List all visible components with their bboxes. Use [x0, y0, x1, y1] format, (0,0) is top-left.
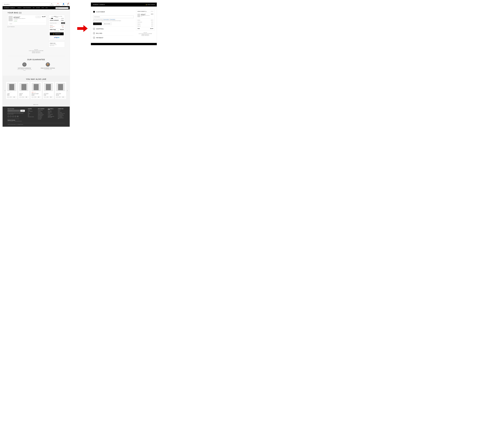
- bag-link[interactable]: 🛍Bag: [67, 3, 69, 6]
- product-card[interactable]: ☆☆☆☆☆ Clean Cotton® $11.00 − 1 + ADD: [55, 82, 66, 99]
- checkout-footer: [91, 43, 157, 45]
- footer-link[interactable]: About Us: [58, 110, 65, 110]
- footer-link[interactable]: Yankee Candle-Newell Brands Outlets: [48, 116, 55, 118]
- checkout-button[interactable]: 🔒CHECKOUT: [50, 32, 64, 35]
- step-billing[interactable]: 3 BILLING: [93, 31, 134, 36]
- twitter-icon[interactable]: t: [10, 116, 12, 117]
- footer-link[interactable]: Learning Scenter: [38, 113, 45, 114]
- nav-car[interactable]: CAR: [33, 7, 35, 8]
- footer-link[interactable]: Corporate Accounts: [58, 114, 65, 115]
- footer-link[interactable]: We Do Not Sell Your Info: [58, 113, 65, 114]
- item-name[interactable]: Pink Sands™: [14, 17, 35, 18]
- privacy-link[interactable]: Privacy Statement: [110, 19, 115, 20]
- nav-candles[interactable]: CANDLES: [17, 7, 21, 8]
- qty-minus-button[interactable]: −: [56, 96, 58, 98]
- footer-link[interactable]: Canada: [48, 113, 55, 113]
- footer-link[interactable]: Gift Card Balance: [38, 115, 45, 116]
- product-card[interactable]: ☆☆☆☆☆ Sun & Sand® $7.00 − 1 + ADD: [43, 82, 54, 99]
- footer-link[interactable]: Free Catalogs: [38, 116, 45, 117]
- qty-plus-button[interactable]: +: [47, 96, 48, 98]
- footer-link[interactable]: Store Locator: [48, 110, 55, 111]
- product-card[interactable]: ☆☆☆☆☆ MacIntosh $7.00 − 1 + ADD: [18, 82, 29, 99]
- carousel-prev-icon[interactable]: ‹: [4, 89, 6, 92]
- footer-link[interactable]: Careers: [58, 111, 65, 112]
- footer-link[interactable]: Home Fragrance: [28, 111, 35, 112]
- pinterest-icon[interactable]: p: [15, 116, 16, 117]
- marketing-opt-in[interactable]: I would like to receive marketing and/or…: [93, 20, 134, 21]
- promo-input[interactable]: [50, 22, 61, 24]
- step-payment[interactable]: 4 PAYMENT: [93, 36, 134, 40]
- footer-link[interactable]: CA Transparency Act: [58, 115, 65, 116]
- footer-link[interactable]: Village Stores: [48, 112, 55, 112]
- item-brand[interactable]: YANKEE CANDLE®: [14, 16, 35, 17]
- footer-link[interactable]: Accessibility: [38, 119, 45, 119]
- nav-gifts[interactable]: GIFTS: [41, 7, 44, 8]
- qty-minus-button[interactable]: −: [44, 96, 45, 98]
- add-button[interactable]: ADD: [37, 96, 40, 98]
- footer-link[interactable]: CA Cleaning Product Data: [58, 118, 65, 119]
- product-card[interactable]: ★★☆☆☆ MidSummer's Night® $11.00 − 1 + AD…: [30, 82, 41, 99]
- qty-plus-button[interactable]: +: [59, 96, 60, 98]
- woodwick-logo[interactable]: WoodWick: [4, 4, 10, 5]
- account-link[interactable]: 👤Account: [62, 3, 65, 6]
- footer-link[interactable]: Order Tracking: [38, 112, 45, 113]
- qty-minus-button[interactable]: −: [20, 96, 21, 98]
- footer-link[interactable]: Privacy Policy: [58, 112, 65, 113]
- footer-link[interactable]: Sale: [28, 115, 35, 116]
- add-button[interactable]: ADD: [61, 96, 65, 98]
- brand-logo[interactable]: YANKEE CANDLE: [4, 7, 15, 9]
- footer-link[interactable]: Candles: [28, 110, 35, 110]
- back-to-top-button[interactable]: Back to Top ⌃: [3, 103, 70, 107]
- qty-plus-button[interactable]: +: [22, 96, 24, 98]
- sign-in-continue-button[interactable]: Sign In & Continue: [103, 23, 112, 25]
- gift-message-toggle[interactable]: GIFT MESSAGE: [8, 26, 47, 27]
- brand-logo[interactable]: YANKEE CANDLE: [93, 4, 105, 5]
- guarantee-title: OUR GUARANTEE: [8, 59, 65, 60]
- footer-link[interactable]: *Shipping Information: [38, 114, 45, 115]
- footer-link[interactable]: Customer Service: [38, 110, 45, 110]
- edit-cart-link[interactable]: Edit Cart: [151, 11, 153, 12]
- qty-minus-button[interactable]: −: [7, 96, 9, 98]
- nav-sale[interactable]: SALE: [46, 7, 48, 8]
- footer-email-input[interactable]: [8, 110, 20, 112]
- footer-link[interactable]: Fundraisers: [48, 115, 55, 116]
- qty-minus-button[interactable]: −: [36, 16, 37, 18]
- wishlist-button[interactable]: ♡Wishlist: [9, 22, 45, 24]
- return-policy-link[interactable]: Return Policy: [50, 45, 64, 46]
- instagram-icon[interactable]: ◻: [12, 116, 14, 117]
- step-shipping[interactable]: 2 SHIPPING: [93, 27, 134, 31]
- shipping-info-link[interactable]: Shipping Information: [50, 44, 64, 45]
- facebook-icon[interactable]: f: [8, 116, 9, 117]
- carousel-next-icon[interactable]: ›: [67, 89, 68, 92]
- paypal-button[interactable]: P PayPal: [50, 36, 64, 39]
- terms-link[interactable]: Terms & Conditions: [103, 19, 109, 20]
- footer-link[interactable]: Email Sign-Up: [38, 118, 45, 118]
- nav-home-fragrance[interactable]: HOME FRAGRANCE: [23, 7, 31, 8]
- find-store-link[interactable]: 📍Find a Store: [56, 3, 60, 6]
- personalize-link[interactable]: ✎Personalize: [50, 3, 54, 6]
- footer-link[interactable]: Contact Us: [38, 111, 45, 112]
- add-button[interactable]: ADD: [24, 96, 28, 98]
- footer-link[interactable]: Car: [28, 112, 35, 113]
- nav-accents[interactable]: ACCENTS: [36, 7, 40, 8]
- footer-link[interactable]: Gifts: [28, 114, 35, 115]
- qty-plus-button[interactable]: +: [10, 96, 11, 98]
- apply-promo-button[interactable]: Apply: [61, 22, 65, 24]
- add-button[interactable]: ADD: [49, 96, 53, 98]
- qty-plus-button[interactable]: +: [39, 16, 40, 18]
- item-brand[interactable]: YANKEE CANDLE®: [141, 14, 150, 14]
- product-card[interactable]: ☆☆☆☆☆ Leather $7.00 − 1 + ADD: [6, 82, 17, 99]
- qty-plus-button[interactable]: +: [35, 96, 36, 98]
- remove-item-icon[interactable]: ✕: [45, 16, 46, 17]
- footer-link[interactable]: UK / International: [48, 114, 55, 115]
- footer-link[interactable]: Accents: [28, 113, 35, 114]
- email-input[interactable]: [93, 16, 134, 18]
- youtube-icon[interactable]: ▶: [17, 116, 19, 117]
- footer-link[interactable]: Cookie Settings: [58, 116, 65, 117]
- continue-guest-button[interactable]: Continue as Guest: [93, 23, 102, 25]
- footer-link[interactable]: Personalized Candles: [28, 116, 35, 117]
- qty-minus-button[interactable]: −: [32, 96, 33, 98]
- search-icon[interactable]: 🔍: [67, 7, 68, 8]
- footer-submit-button[interactable]: SUBMIT: [20, 110, 25, 112]
- add-button[interactable]: ADD: [12, 96, 16, 98]
